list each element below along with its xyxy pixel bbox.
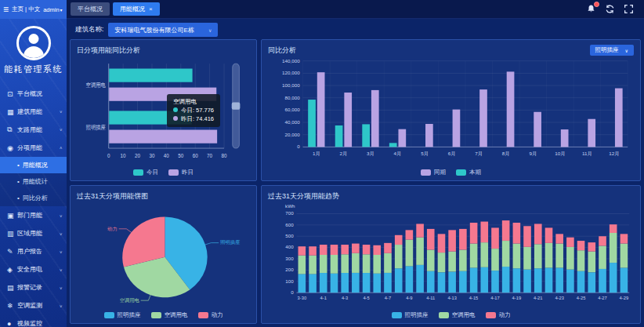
sidebar-item-region-energy[interactable]: ▥区域用能∨ (0, 224, 67, 242)
svg-text:60,000: 60,000 (284, 107, 300, 112)
avatar (16, 26, 51, 60)
sidebar-subitem-yoy-analysis[interactable]: •同比分析 (0, 190, 67, 206)
svg-text:12月: 12月 (609, 151, 619, 157)
svg-text:4月: 4月 (394, 151, 402, 157)
legend-item-本期[interactable]: 本期 (456, 169, 481, 176)
sidebar-item-user-report[interactable]: ✎用户报告∨ (0, 242, 67, 260)
svg-text:60: 60 (193, 152, 198, 158)
svg-text:300: 300 (285, 256, 294, 261)
sidebar-item-department-energy[interactable]: ▣部门用能∨ (0, 206, 67, 224)
energy-pie-chart[interactable]: 照明插座空调用电动力 (77, 202, 250, 309)
daily-comparison-chart-svg[interactable]: 01020304050607080空调用电照明插座 (77, 56, 250, 166)
svg-text:4-5: 4-5 (363, 296, 369, 300)
chevron-down-icon: ∨ (625, 48, 628, 53)
platform-overview-icon: ⊡ (7, 90, 17, 98)
energy-trend-chart[interactable]: kWh01002003004005006007003-304-14-34-54-… (268, 202, 634, 309)
svg-text:10月: 10月 (555, 151, 565, 157)
legend-item-动力[interactable]: 动力 (486, 311, 511, 319)
dashboard-grid: 日分项用能同比分析 01020304050607080空调用电照明插座 空调用电… (70, 39, 641, 324)
series-select[interactable]: 照明插座 ∨ (590, 45, 634, 56)
sidebar-item-label: 用户报告 (17, 247, 42, 256)
branch-energy-icon: ⧉ (7, 125, 17, 134)
svg-text:动力: 动力 (107, 226, 118, 231)
sidebar-item-building-energy[interactable]: ▦建筑用能∨ (0, 103, 67, 121)
monthly-comparison-chart-svg[interactable]: 020,00040,00060,00080,000100,000120,0001… (268, 56, 634, 166)
legend-label: 空调用电 (452, 311, 476, 319)
legend-item-昨日[interactable]: 昨日 (168, 169, 194, 176)
svg-text:4-29: 4-29 (620, 296, 629, 300)
svg-text:0: 0 (107, 152, 110, 158)
sidebar-item-subitem-energy[interactable]: ◉分项用能∧ (0, 139, 67, 157)
building-select-value: 安科瑞电气股份有限公司E栋 (114, 26, 201, 35)
sidebar-menu: ⊡平台概况▦建筑用能∨⧉支路用能∨◉分项用能∧•用能概况•用能统计•同比分析▣部… (0, 85, 67, 327)
tab-platform-overview[interactable]: 平台概况 (71, 2, 110, 16)
legend-item-照明插座[interactable]: 照明插座 (104, 311, 141, 319)
svg-text:4-1: 4-1 (320, 296, 327, 300)
bullet-icon: • (17, 162, 20, 169)
sidebar-item-safe-electricity[interactable]: ◈安全用电∨ (0, 260, 67, 278)
panel-energy-trend: 过去31天分项用能趋势 kWh01002003004005006007003-3… (261, 185, 641, 324)
fullscreen-icon[interactable] (624, 4, 634, 14)
safe-electricity-icon: ◈ (7, 266, 17, 274)
legend-label: 本期 (469, 169, 481, 176)
refresh-icon[interactable] (605, 4, 615, 14)
energy-trend-chart-svg[interactable]: kWh01002003004005006007003-304-14-34-54-… (268, 202, 634, 309)
home-language-link[interactable]: 主页 | 中文 (12, 5, 40, 13)
svg-text:20,000: 20,000 (284, 132, 300, 137)
legend-item-照明插座[interactable]: 照明插座 (392, 311, 429, 319)
sidebar-item-label: 建筑用能 (17, 107, 42, 116)
svg-text:6月: 6月 (448, 151, 456, 157)
notification-badge (594, 2, 599, 7)
legend-item-动力[interactable]: 动力 (198, 311, 223, 319)
monthly-comparison-chart[interactable]: 020,00040,00060,00080,000100,000120,0001… (268, 56, 634, 166)
legend: 今日昨日 (77, 166, 250, 178)
notifications-bell-icon[interactable] (586, 4, 596, 14)
svg-text:30: 30 (149, 152, 154, 158)
region-energy-icon: ▥ (7, 230, 17, 238)
energy-pie-chart-svg[interactable]: 照明插座空调用电动力 (77, 202, 250, 309)
svg-text:4-3: 4-3 (342, 296, 348, 300)
svg-text:4-15: 4-15 (469, 296, 479, 300)
legend-marker (133, 169, 143, 176)
chevron-icon: ∨ (60, 231, 63, 236)
svg-text:0: 0 (291, 290, 294, 295)
svg-text:140,000: 140,000 (282, 58, 300, 64)
sidebar-subitem-energy-overview[interactable]: •用能概况 (0, 157, 67, 173)
chevron-icon: ∨ (60, 213, 63, 218)
legend-marker (456, 169, 466, 176)
sidebar-item-branch-energy[interactable]: ⧉支路用能∨ (0, 121, 67, 139)
sidebar-item-platform-overview[interactable]: ⊡平台概况 (0, 85, 67, 103)
legend-item-今日[interactable]: 今日 (133, 169, 158, 176)
menu-toggle-icon[interactable]: ≡ (3, 5, 9, 13)
legend-item-同期[interactable]: 同期 (421, 169, 446, 176)
tab-bar: 平台概况用能概况× (67, 0, 644, 19)
tab-energy-overview[interactable]: 用能概况× (113, 2, 160, 16)
subitem-energy-icon: ◉ (7, 144, 17, 152)
building-select[interactable]: 安科瑞电气股份有限公司E栋 ∨ (108, 23, 218, 37)
svg-text:600: 600 (285, 223, 294, 227)
legend-marker (151, 312, 161, 318)
legend-label: 同期 (434, 169, 446, 176)
sidebar-item-alarm-records[interactable]: ▤报警记录∨ (0, 278, 67, 296)
svg-text:11月: 11月 (582, 151, 592, 157)
chevron-icon: ∧ (60, 146, 63, 151)
sidebar-submenu: •用能概况•用能统计•同比分析 (0, 157, 67, 206)
chevron-icon: ∨ (60, 267, 63, 272)
app-window: ≡ 主页 | 中文 admin ▾ 能耗管理系统 ⊡平台概况▦建筑用能∨⧉支路用… (0, 0, 644, 327)
username: admin (43, 6, 59, 13)
datazoom-handle[interactable] (232, 103, 241, 110)
svg-text:500: 500 (285, 234, 294, 238)
legend-item-空调用电[interactable]: 空调用电 (439, 311, 476, 319)
sidebar-item-video-monitoring[interactable]: ●视频监控 (0, 314, 67, 327)
daily-comparison-chart[interactable]: 01020304050607080空调用电照明插座 空调用电 今日: 57.77… (77, 56, 250, 166)
close-icon[interactable]: × (149, 6, 153, 13)
legend-item-空调用电[interactable]: 空调用电 (151, 311, 188, 319)
chevron-down-icon: ∨ (208, 27, 212, 33)
sidebar-item-ac-monitoring[interactable]: ❄空调监测∨ (0, 296, 67, 314)
svg-text:kWh: kWh (285, 204, 295, 209)
svg-text:0: 0 (297, 144, 300, 149)
panel-title: 日分项用能同比分析 (77, 45, 140, 56)
sidebar-subitem-energy-stats[interactable]: •用能统计 (0, 173, 67, 190)
svg-text:70: 70 (207, 152, 212, 158)
user-menu[interactable]: admin ▾ (43, 6, 62, 13)
